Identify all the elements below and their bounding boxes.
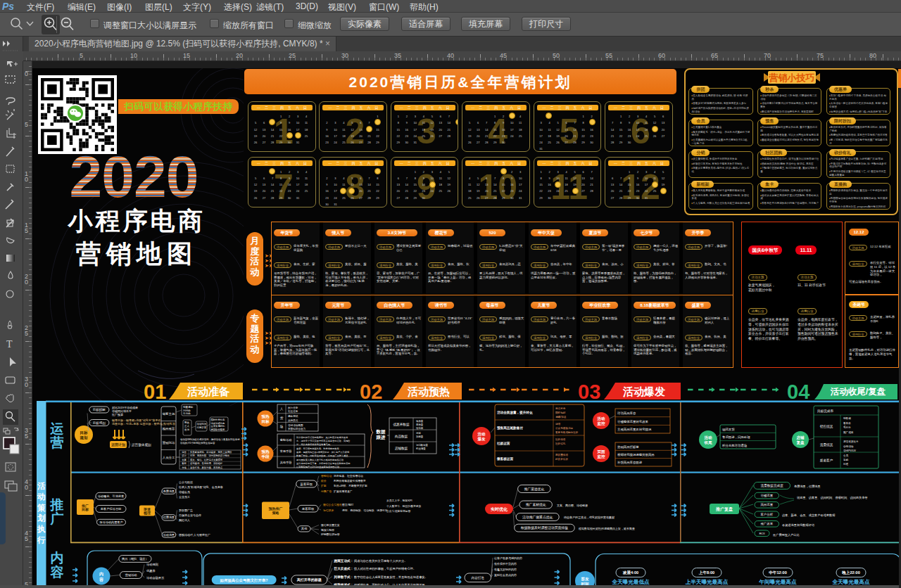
svg-text:微信公众号推送: 微信公众号推送 xyxy=(323,503,342,506)
svg-text:巨大反差式：: 巨大反差式： xyxy=(334,566,354,570)
svg-text:销量爆款: 销量爆款 xyxy=(182,405,194,409)
svg-text:社群转化: 社群转化 xyxy=(555,442,566,445)
svg-text:社群运营: 社群运营 xyxy=(496,441,510,446)
svg-text:营: 营 xyxy=(50,435,64,450)
svg-text:营销小技巧: 营销小技巧 xyxy=(769,72,815,83)
svg-text:熟悉卖点: 熟悉卖点 xyxy=(288,418,298,422)
svg-text:活动会场展示: 活动会场展示 xyxy=(146,576,165,580)
svg-text:活动准备: 活动准备 xyxy=(187,385,230,397)
svg-text:客服号私信触达社群: 客服号私信触达社群 xyxy=(555,430,579,434)
svg-text:内容打造: 内容打造 xyxy=(472,576,485,580)
svg-text:营销活动: 营销活动 xyxy=(843,445,854,448)
svg-text:售后跟进，问题处理: 售后跟进，问题处理 xyxy=(722,435,750,440)
svg-text:物流发货: 物流发货 xyxy=(722,428,735,432)
svg-text:动: 动 xyxy=(37,492,46,501)
svg-text:场: 场 xyxy=(279,425,284,429)
svg-text:活动执行5个时间段保障生动运营: 活动执行5个时间段保障生动运营 xyxy=(180,441,215,445)
svg-text:自媒体企业号合作: 自媒体企业号合作 xyxy=(179,513,201,518)
svg-text:活动: 活动 xyxy=(477,432,486,437)
svg-text:用券量: 用券量 xyxy=(416,423,424,426)
svg-text:仓储: 仓储 xyxy=(182,466,187,469)
svg-text:公众号或搜索词运营: 公众号或搜索词运营 xyxy=(386,509,410,513)
svg-text:主推商品流量及转化情况: 主推商品流量及转化情况 xyxy=(617,427,652,432)
svg-text:实时优化: 实时优化 xyxy=(491,506,508,512)
svg-text:精准: 精准 xyxy=(843,463,849,466)
svg-text:个人裂变号、粉丝的裂变承接: 个人裂变号、粉丝的裂变承接 xyxy=(386,504,422,508)
svg-text:凌晨4:00: 凌晨4:00 xyxy=(623,570,638,575)
svg-text:正式: 正式 xyxy=(184,425,189,428)
svg-text:推广费用投入产出比: 推广费用投入产出比 xyxy=(773,533,800,537)
svg-text:好友群转发: 好友群转发 xyxy=(555,457,568,461)
svg-text:页面: 页面 xyxy=(597,449,606,454)
svg-text:划: 划 xyxy=(37,513,46,523)
svg-text:企业员工: 企业员工 xyxy=(179,495,190,499)
svg-text:目标规划: 目标规划 xyxy=(93,421,106,426)
svg-text:团购活动/个人号裂变推广: 团购活动/个人号裂变推广 xyxy=(179,533,210,537)
svg-text:活动预热: 活动预热 xyxy=(407,385,450,397)
svg-text:活动: 活动 xyxy=(597,416,606,421)
svg-text:加购量: 加购量 xyxy=(416,435,424,438)
svg-text:扩散: 扩散 xyxy=(320,484,327,487)
svg-text:店铺会员: 店铺会员 xyxy=(179,490,190,494)
svg-text:营销玩法: 营销玩法 xyxy=(163,441,175,445)
svg-text:紧贴社会热点内容: 紧贴社会热点内容 xyxy=(494,573,517,577)
svg-text:全天曝光最低点: 全天曝光最低点 xyxy=(611,579,650,585)
svg-text:营销活动: 营销活动 xyxy=(125,573,137,577)
svg-text:活动商品库存: 活动商品库存 xyxy=(617,411,636,415)
svg-text:根据转化情况调整页面商品: 根据转化情况调整页面商品 xyxy=(617,452,655,457)
svg-text:历史包裹、社交传播活动: 历史包裹、社交传播活动 xyxy=(334,474,363,478)
svg-text:进店退货比率: 进店退货比率 xyxy=(843,440,859,443)
svg-text:推文、短信、社群话术文案撰写: 推文、短信、社群话术文案撰写 xyxy=(190,458,223,461)
svg-text:有趣又好玩的内容: 有趣又好玩的内容 xyxy=(494,568,517,572)
svg-text:策: 策 xyxy=(37,504,46,512)
svg-text:满减满赠优惠: 满减满赠优惠 xyxy=(211,422,225,425)
svg-text:高打开率的标题: 高打开率的标题 xyxy=(297,577,322,582)
svg-text:广: 广 xyxy=(50,511,64,526)
svg-text:中午12:00: 中午12:00 xyxy=(769,570,787,575)
svg-text:店铺活动氛围: 店铺活动氛围 xyxy=(288,423,303,427)
svg-text:爆发: 爆发 xyxy=(477,436,486,442)
svg-text:免费流量: 免费流量 xyxy=(163,490,175,493)
svg-text:容: 容 xyxy=(50,565,64,580)
svg-text:执行任务: 执行任务 xyxy=(288,407,298,409)
svg-text:限时包邮: 限时包邮 xyxy=(555,411,566,414)
svg-text:人: 人 xyxy=(280,407,284,411)
svg-text:海报、商品链接、活动链接、话题引导: 海报、商品链接、活动链接、话题引导 xyxy=(342,509,388,512)
svg-text:领券量: 领券量 xyxy=(416,420,424,423)
svg-text:ROI: ROI xyxy=(760,532,765,535)
svg-text:03: 03 xyxy=(578,381,600,403)
svg-text:利用价格落差吸引传播裂变: 利用价格落差吸引传播裂变 xyxy=(334,479,366,482)
svg-text:全天曝光最高点: 全天曝光最高点 xyxy=(831,579,870,585)
svg-text:朋友圈集赞人数众人送小礼品或高价购买低活动: 朋友圈集赞人数众人送小礼品或高价购买低活动 xyxy=(296,458,344,461)
svg-text:会员专属折扣: 会员专属折扣 xyxy=(211,425,225,428)
svg-text:社群传播: 社群传播 xyxy=(555,438,566,441)
svg-text:拼团砍价裂变: 拼团砍价裂变 xyxy=(211,428,225,431)
svg-text:T: T xyxy=(6,339,13,350)
svg-text:热销商品打标签: 热销商品打标签 xyxy=(617,445,639,449)
svg-text:推广素材优化: 推广素材优化 xyxy=(526,502,546,507)
svg-text:公众号粉丝: 公众号粉丝 xyxy=(179,480,193,485)
svg-text:上午8:00: 上午8:00 xyxy=(698,570,714,575)
svg-text:扩展传播渠道广: 扩展传播渠道广 xyxy=(333,490,353,493)
svg-text:货: 货 xyxy=(280,416,284,420)
svg-text:活动: 活动 xyxy=(704,435,713,440)
svg-text:客服: 客服 xyxy=(182,462,187,465)
svg-text:预热: 预热 xyxy=(184,421,189,424)
svg-text:人员分工: 人员分工 xyxy=(163,456,175,459)
svg-text:如何提高公众号图文打开率?: 如何提高公众号图文打开率? xyxy=(220,578,268,583)
svg-text:积分兑换活动退场: 积分兑换活动退场 xyxy=(722,443,747,448)
svg-text:图文/视打: 图文/视打 xyxy=(342,503,353,506)
svg-text:销售情况: 销售情况 xyxy=(820,424,833,429)
svg-text:社群人员“私域流量”转化、会员老客: 社群人员“私域流量”转化、会员老客 xyxy=(178,485,223,489)
svg-text:浏览: 浏览 xyxy=(416,432,421,435)
svg-text:内: 内 xyxy=(51,551,64,565)
svg-text:营销活动: 营销活动 xyxy=(321,474,332,478)
svg-text:上半天曝光最高点: 上半天曝光最高点 xyxy=(685,579,729,585)
svg-text:短信群发: 短信群发 xyxy=(323,509,334,512)
svg-text:宣传高预告预售下单，大促预告公众号图文都察覆盖预: 宣传高预告预售下单，大促预告公众号图文都察覆盖预 xyxy=(296,462,351,465)
svg-text:裂变、视频实拍主图+详情页中游，设计高产品升级特: 裂变、视频实拍主图+详情页中游，设计高产品升级特 xyxy=(296,451,350,454)
svg-text:01: 01 xyxy=(144,381,166,403)
svg-text:手段: 手段 xyxy=(261,454,270,459)
svg-text:视频号制作: 视频号制作 xyxy=(321,528,334,532)
svg-text:流量情况: 流量情况 xyxy=(820,443,833,447)
